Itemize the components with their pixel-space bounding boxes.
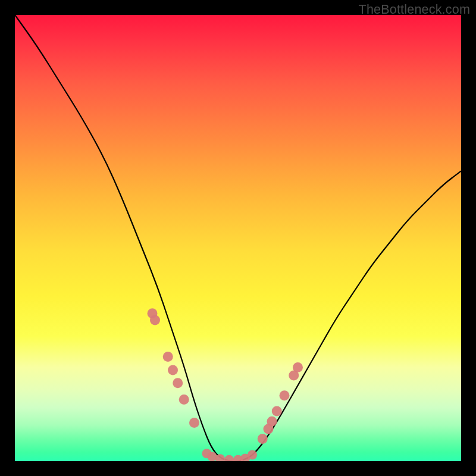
data-marker <box>272 406 282 416</box>
curve-overlay <box>15 15 461 461</box>
data-marker <box>280 390 290 400</box>
bottleneck-curve <box>15 15 461 461</box>
data-marker <box>224 455 234 461</box>
data-marker <box>163 352 173 362</box>
data-marker <box>150 315 160 325</box>
data-marker <box>215 454 225 461</box>
chart-frame: TheBottleneck.com <box>0 0 476 476</box>
data-markers <box>148 308 303 461</box>
data-marker <box>248 450 257 460</box>
data-marker <box>189 418 199 428</box>
data-marker <box>173 378 183 388</box>
data-marker <box>258 434 268 444</box>
data-marker <box>208 452 217 462</box>
plot-area <box>15 15 461 461</box>
data-marker <box>267 416 277 427</box>
data-marker <box>293 362 303 372</box>
attribution-text: TheBottleneck.com <box>359 2 470 17</box>
data-marker <box>179 394 189 405</box>
data-marker <box>168 365 178 375</box>
